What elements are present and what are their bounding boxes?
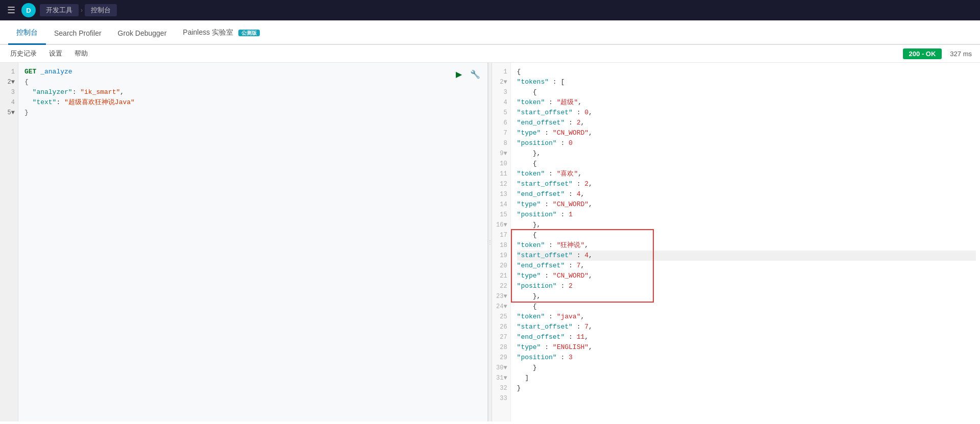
output-line-19: "start_offset" : 4, — [517, 251, 976, 261]
output-line-num-25: 25 — [496, 312, 507, 322]
output-line-num-11: 11 — [496, 169, 507, 179]
code-line-3: "analyzer": "ik_smart", — [24, 87, 483, 97]
output-line-3: { — [517, 87, 976, 97]
code-line-1: GET _analyze — [24, 67, 483, 77]
editor-panel[interactable]: 1 2▼ 3 4 5▼ GET _analyze { "analyzer": "… — [0, 63, 488, 421]
output-line-28: "type" : "ENGLISH", — [517, 342, 976, 353]
output-line-18: "token" : "狂神说", — [517, 240, 976, 251]
code-editor[interactable]: 1 2▼ 3 4 5▼ GET _analyze { "analyzer": "… — [0, 63, 487, 421]
output-line-9: }, — [517, 148, 976, 159]
output-line-num-21: 21 — [496, 271, 507, 281]
output-line-num-10: 10 — [496, 159, 507, 169]
output-line-num-28: 28 — [496, 342, 507, 353]
wrench-button[interactable]: 🔧 — [469, 68, 481, 80]
output-line-10: { — [517, 159, 976, 169]
output-line-num-15: 15 — [496, 210, 507, 220]
output-line-14: "type" : "CN_WORD", — [517, 199, 976, 210]
output-line-12: "start_offset" : 2, — [517, 179, 976, 189]
line-num-5: 5▼ — [4, 108, 15, 118]
output-line-num-3: 3 — [496, 87, 507, 97]
output-line-num-27: 27 — [496, 332, 507, 342]
editor-actions: ▶ 🔧 — [453, 68, 481, 80]
output-line-num-9: 9▼ — [496, 148, 507, 159]
output-line-8: "position" : 0 — [517, 138, 976, 148]
line-num-1: 1 — [4, 67, 15, 77]
output-line-num-16: 16▼ — [496, 220, 507, 230]
output-line-17: { — [517, 230, 976, 240]
output-line-7: "type" : "CN_WORD", — [517, 128, 976, 138]
output-line-24: { — [517, 302, 976, 312]
output-line-num-13: 13 — [496, 189, 507, 199]
history-button[interactable]: 历史记录 — [8, 48, 39, 59]
response-time: 327 ms — [950, 50, 972, 58]
output-line-num-18: 18 — [496, 240, 507, 251]
run-button[interactable]: ▶ — [453, 68, 465, 80]
output-code: 12▼3456789▼10111213141516▼17181920212223… — [492, 63, 980, 421]
editor-code-content[interactable]: GET _analyze { "analyzer": "ik_smart", "… — [18, 63, 487, 421]
output-line-num-12: 12 — [496, 179, 507, 189]
menu-icon[interactable]: ☰ — [5, 3, 17, 18]
help-button[interactable]: 帮助 — [72, 48, 90, 59]
output-line-30: } — [517, 363, 976, 373]
output-line-32: } — [517, 383, 976, 393]
code-line-4: "text": "超级喜欢狂神说Java" — [24, 97, 483, 108]
output-line-num-31: 31▼ — [496, 373, 507, 383]
output-line-num-8: 8 — [496, 138, 507, 148]
endpoint: _analyze — [40, 67, 72, 77]
settings-button[interactable]: 设置 — [47, 48, 64, 59]
painless-badge: 公测版 — [238, 30, 260, 36]
output-line-num-29: 29 — [496, 353, 507, 363]
output-line-16: }, — [517, 220, 976, 230]
output-line-20: "end_offset" : 7, — [517, 261, 976, 271]
output-line-5: "start_offset" : 0, — [517, 108, 976, 118]
output-line-2: "tokens" : [ — [517, 77, 976, 87]
output-line-num-26: 26 — [496, 322, 507, 332]
code-line-2: { — [24, 77, 483, 87]
output-panel: 12▼3456789▼10111213141516▼17181920212223… — [492, 63, 980, 421]
output-line-15: "position" : 1 — [517, 210, 976, 220]
output-line-num-19: 19 — [496, 251, 507, 261]
output-line-13: "end_offset" : 4, — [517, 189, 976, 199]
tab-console[interactable]: 控制台 — [8, 22, 46, 45]
output-line-num-33: 33 — [496, 393, 507, 404]
output-line-num-20: 20 — [496, 261, 507, 271]
output-line-num-24: 24▼ — [496, 302, 507, 312]
output-line-num-2: 2▼ — [496, 77, 507, 87]
editor-line-numbers: 1 2▼ 3 4 5▼ — [0, 63, 18, 421]
line-num-4: 4 — [4, 97, 15, 108]
output-line-num-5: 5 — [496, 108, 507, 118]
output-line-num-7: 7 — [496, 128, 507, 138]
output-line-29: "position" : 3 — [517, 353, 976, 363]
output-line-1: { — [517, 67, 976, 77]
status-badge: 200 - OK — [903, 48, 942, 59]
output-line-23: }, — [517, 291, 976, 302]
output-line-num-30: 30▼ — [496, 363, 507, 373]
output-line-26: "start_offset" : 7, — [517, 322, 976, 332]
output-line-num-22: 22 — [496, 281, 507, 291]
output-line-num-23: 23▼ — [496, 291, 507, 302]
main-content: 1 2▼ 3 4 5▼ GET _analyze { "analyzer": "… — [0, 63, 980, 421]
output-line-21: "type" : "CN_WORD", — [517, 271, 976, 281]
avatar: D — [21, 3, 36, 17]
tab-search-profiler[interactable]: Search Profiler — [46, 23, 110, 45]
tab-grok-debugger[interactable]: Grok Debugger — [110, 23, 175, 45]
output-line-num-4: 4 — [496, 97, 507, 108]
resize-handle[interactable]: ⋮ — [488, 63, 492, 421]
method-get: GET — [24, 67, 36, 77]
output-code-content: { "tokens" : [ { "token" : "超级", "start_… — [511, 63, 980, 421]
breadcrumb-console[interactable]: 控制台 — [85, 4, 117, 16]
output-line-25: "token" : "java", — [517, 312, 976, 322]
output-line-27: "end_offset" : 11, — [517, 332, 976, 342]
line-num-2: 2▼ — [4, 77, 15, 87]
tab-bar: 控制台 Search Profiler Grok Debugger Painle… — [0, 20, 980, 45]
code-line-5: } — [24, 108, 483, 118]
breadcrumb: 开发工具 › 控制台 — [40, 4, 117, 16]
toolbar: 历史记录 设置 帮助 200 - OK 327 ms — [0, 45, 980, 63]
breadcrumb-devtools[interactable]: 开发工具 — [40, 4, 79, 16]
output-line-num-14: 14 — [496, 199, 507, 210]
breadcrumb-separator: › — [81, 7, 83, 14]
output-line-6: "end_offset" : 2, — [517, 118, 976, 128]
tab-painless[interactable]: Painless 实验室 公测版 — [175, 22, 268, 45]
output-line-31: ] — [517, 373, 976, 383]
output-line-11: "token" : "喜欢", — [517, 169, 976, 179]
